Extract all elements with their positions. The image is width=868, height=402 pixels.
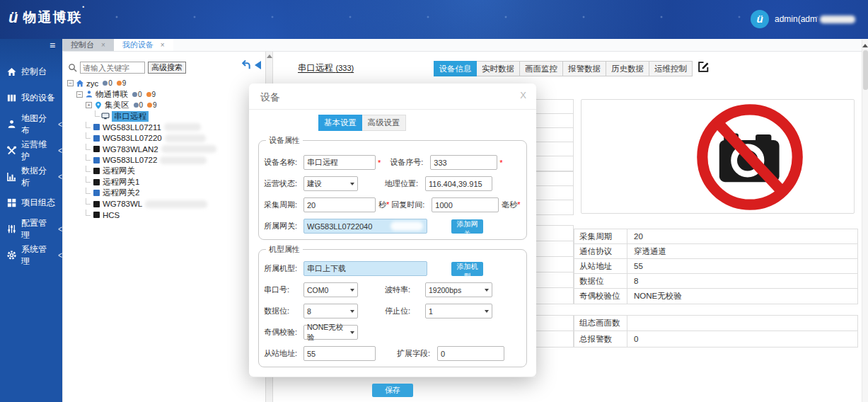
tree-node[interactable]: 串口远程 (63, 111, 264, 122)
device-name-input[interactable] (303, 155, 376, 170)
advanced-search-button[interactable]: 高级搜索 (148, 62, 186, 74)
serial-port-select[interactable]: COM0 (303, 282, 358, 297)
tree-node-label: 串口远程 (112, 111, 149, 122)
scrollbar-thumb[interactable] (863, 50, 868, 90)
tab-basic-settings[interactable]: 基本设置 (318, 115, 362, 131)
tree-node[interactable]: +集美区09 (63, 100, 264, 111)
app-header: ü 物通博联▪ ü admin(adm (0, 0, 868, 39)
tree-node[interactable]: 远程网关1 (63, 177, 264, 188)
sidebar-item[interactable]: 地图分布< (0, 111, 62, 137)
collapse-icon[interactable]: − (67, 80, 74, 86)
sidebar-item[interactable]: 配置管理< (0, 216, 62, 242)
sidebar-item-label: 地图分布 (21, 113, 52, 137)
sidebar-item[interactable]: 运营维护< (0, 137, 62, 163)
sidebar-item-label: 配置管理 (21, 217, 52, 241)
parity-select[interactable]: NONE无校验 (303, 325, 358, 340)
tree-node-label: zyc (86, 79, 98, 88)
tree-node[interactable]: −zyc09 (63, 78, 264, 89)
info-value (627, 316, 857, 331)
sidebar-item[interactable]: 控制台 (0, 59, 62, 85)
section-legend: 设备属性 (266, 135, 303, 146)
tree-node[interactable]: WG783WLAN2 (63, 144, 264, 155)
field-label: 扩展字段: (397, 348, 437, 359)
save-button[interactable]: 保存 (372, 384, 413, 397)
close-tab-icon[interactable]: × (101, 41, 105, 49)
close-tab-icon[interactable]: × (161, 41, 165, 49)
tree-line (86, 166, 91, 172)
search-input[interactable] (80, 62, 145, 74)
count-dot-icon (132, 92, 137, 97)
device-tab[interactable]: 设备信息 (434, 61, 477, 76)
status-select[interactable]: 建设 (303, 176, 358, 191)
collapse-icon[interactable]: − (76, 91, 83, 98)
required-mark: * (517, 200, 520, 209)
sidebar-item-label: 数据分析 (21, 165, 52, 189)
window-tab-my-devices[interactable]: 我的设备 × (114, 39, 173, 51)
device-tab[interactable]: 历史数据 (606, 61, 649, 76)
tree-node[interactable]: −物通博联09 (63, 89, 264, 100)
field-label: 所属网关: (264, 221, 303, 231)
close-icon[interactable]: X (520, 90, 526, 100)
tree-node-label: 远程网关2 (103, 188, 139, 198)
sidebar-item[interactable]: 系统管理< (0, 242, 62, 268)
tree-node-label: 集美区 (105, 100, 129, 110)
redacted-text (390, 222, 423, 231)
menu-toggle-icon[interactable]: ≡ (50, 40, 55, 50)
baud-rate-select[interactable]: 19200bps (425, 282, 492, 297)
table-row: 总报警数0 (574, 331, 857, 347)
tree-node[interactable]: WG583LL07220 (63, 133, 264, 144)
tree-node[interactable]: WG583LL0722 (63, 155, 264, 166)
tab-advanced-settings[interactable]: 高级设置 (362, 115, 406, 131)
device-serial-input[interactable] (430, 155, 497, 170)
field-label: 数据位: (264, 306, 303, 316)
device-tab[interactable]: 画面监控 (520, 61, 563, 76)
sidebar-item-label: 我的设备 (21, 92, 55, 104)
device-tab[interactable]: 运维控制 (649, 61, 693, 76)
brand: ü 物通博联▪ (8, 8, 86, 27)
redacted-text (164, 123, 201, 131)
home-icon (6, 67, 17, 77)
table-row: 奇偶校验位NONE无校验 (574, 289, 857, 304)
tree-node[interactable]: HCS (63, 209, 264, 221)
field-label: 波特率: (385, 285, 425, 295)
scroll-up-icon[interactable] (267, 54, 272, 58)
expand-icon[interactable]: + (86, 102, 92, 108)
undo-arrow-icon[interactable] (241, 59, 251, 70)
info-label: 数据位 (574, 274, 627, 288)
device-tab[interactable]: 报警数据 (563, 61, 606, 76)
tree-node[interactable]: 远程网关2 (63, 188, 264, 199)
collapse-panel-icon[interactable] (255, 61, 261, 69)
add-gateway-button[interactable]: 添加网关 (451, 219, 483, 234)
stop-bits-select[interactable]: 1 (425, 304, 492, 318)
user-menu[interactable]: ü admin(adm (751, 10, 855, 28)
reply-time-input[interactable] (432, 197, 499, 212)
tools-icon (6, 145, 17, 156)
model-input[interactable] (303, 261, 427, 276)
info-value: 0 (627, 331, 857, 347)
device-modal: 设备 X 基本设置 高级设置 设备属性 设备名称: * 设备序号: * 运营状态… (249, 84, 536, 377)
brand-logo-icon: ü (8, 10, 18, 25)
tree-node[interactable]: 远程网关 (63, 166, 264, 177)
field-label: 串口号: (264, 285, 303, 295)
table-row: 通信协议穿透通道 (574, 244, 857, 259)
data-bits-select[interactable]: 8 (303, 304, 358, 318)
ext-field-input[interactable] (437, 346, 504, 361)
device-info-table: 采集周期20通信协议穿透通道从站地址55数据位8奇偶校验位NONE无校验 (574, 229, 858, 304)
vertical-scrollbar[interactable] (862, 40, 868, 402)
window-tab-console[interactable]: 控制台 × (62, 39, 114, 51)
edit-icon[interactable] (698, 61, 710, 73)
tree-node[interactable]: WG783WL (63, 199, 264, 210)
redacted-text (145, 200, 207, 208)
add-model-button[interactable]: 添加机型 (451, 262, 483, 276)
tree-node-label: WG583LL0722 (103, 156, 157, 164)
device-tab[interactable]: 实时数据 (477, 61, 520, 76)
scroll-up-icon[interactable] (862, 44, 868, 47)
slave-address-input[interactable] (303, 346, 376, 361)
sidebar-item[interactable]: 数据分析< (0, 163, 62, 190)
location-input[interactable] (425, 176, 492, 191)
tree-node[interactable]: WG583LL07211 (63, 122, 264, 133)
sidebar-item[interactable]: 我的设备 (0, 85, 62, 111)
monitor-icon (101, 112, 110, 120)
sidebar-item[interactable]: 项目组态 (0, 190, 62, 216)
collect-period-input[interactable] (303, 197, 376, 212)
